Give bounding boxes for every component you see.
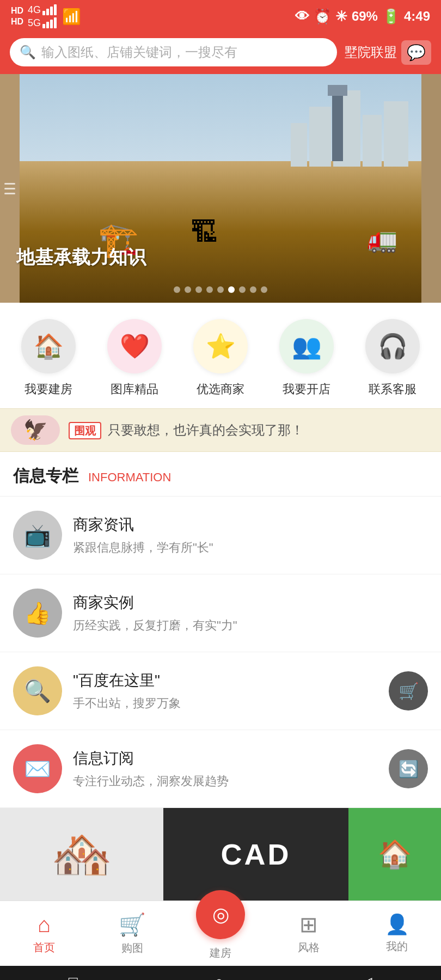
notice-text: 只要敢想，也许真的会实现了那！ <box>108 422 304 437</box>
banner-dots <box>174 286 267 293</box>
nav-build-center[interactable]: ◎ 建房 <box>182 906 259 960</box>
nav-label-build-house: 我要建房 <box>24 381 72 397</box>
dot-9[interactable] <box>261 286 267 293</box>
nav-item-build-house[interactable]: 🏠 我要建房 <box>13 319 84 397</box>
building-3d-icon: 🏘️ <box>51 826 112 883</box>
info-main-merchant-news: 商家资讯 <box>73 514 428 535</box>
nav-buy-drawings[interactable]: 🛒 购图 <box>94 912 170 955</box>
info-item-baidu[interactable]: 🔍 "百度在这里" 手不出站，搜罗万象 🛒 <box>0 652 441 730</box>
chat-icon-box: 💬 <box>401 40 431 65</box>
info-text-subscribe: 信息订阅 专注行业动态，洞察发展趋势 <box>73 748 378 789</box>
nav-icon-headset: 🎧 <box>365 319 420 373</box>
hd-label: HD <box>11 6 23 16</box>
dot-8[interactable] <box>250 286 256 293</box>
android-back-btn[interactable]: ◁ <box>360 973 372 981</box>
signal-bars-2 <box>42 17 57 28</box>
build-center-button[interactable]: ◎ <box>196 890 245 939</box>
signal-bars-1 <box>42 4 57 15</box>
status-left: HD HD 4G 5G <box>11 4 81 29</box>
info-main-merchant-case: 商家实例 <box>73 592 428 613</box>
info-icon-mail: ✉️ <box>13 744 62 793</box>
info-action-refresh[interactable]: 🔄 <box>389 749 428 788</box>
info-text-merchant-news: 商家资讯 紧跟信息脉搏，学有所"长" <box>73 514 428 556</box>
nav-icon-users: 👥 <box>279 319 334 373</box>
nav-icon-home: 🏠 <box>21 319 76 373</box>
nav-mine[interactable]: 👤 我的 <box>359 913 435 954</box>
banner-right-strip <box>421 74 441 303</box>
info-sub-baidu: 手不出站，搜罗万象 <box>73 695 378 712</box>
eye-icon: 👁 <box>295 8 309 25</box>
dot-2[interactable] <box>185 286 191 293</box>
community-label: 墅院联盟 <box>345 44 397 61</box>
section-title: 信息专栏 <box>13 465 78 487</box>
truck-icon: 🚛 <box>367 225 397 254</box>
section-subtitle: INFORMATION <box>88 470 171 485</box>
wifi-icon: 📶 <box>62 8 81 26</box>
nav-label-service: 联系客服 <box>369 381 416 397</box>
nav-label-gallery: 图库精品 <box>111 381 158 397</box>
dot-1[interactable] <box>174 286 180 293</box>
info-icon-search: 🔍 <box>13 666 62 715</box>
nav-build-label: 建房 <box>210 946 231 960</box>
promo-home-icon: 🏠 <box>378 838 412 870</box>
nav-style[interactable]: ⊞ 风格 <box>271 912 347 955</box>
notice-content: 围观 只要敢想，也许真的会实现了那！ <box>69 421 304 439</box>
info-section-header: 信息专栏 INFORMATION <box>0 452 441 497</box>
info-main-baidu: "百度在这里" <box>73 670 378 691</box>
promo-right-section[interactable]: 🏠 <box>348 808 441 901</box>
battery-label: 69% <box>352 9 378 24</box>
quick-nav: 🏠 我要建房 ❤️ 图库精品 ⭐ 优选商家 👥 我要开店 🎧 联系客服 <box>0 303 441 408</box>
nav-icon-heart: ❤️ <box>107 319 162 373</box>
promo-building-img: 🏘️ <box>0 808 163 901</box>
tower-top <box>328 85 347 96</box>
build-center-icon: ◎ <box>212 903 229 926</box>
battery-icon: 🔋 <box>382 8 400 25</box>
status-bar: HD HD 4G 5G <box>0 0 441 33</box>
nav-item-gallery[interactable]: ❤️ 图库精品 <box>99 319 170 397</box>
search-input-wrap[interactable]: 🔍 输入图纸、店铺关键词，一搜尽有 <box>10 38 337 66</box>
notice-bird-icon: 🦅 <box>11 415 60 445</box>
info-sub-merchant-news: 紧跟信息脉搏，学有所"长" <box>73 540 428 556</box>
android-circle-btn[interactable]: ○ <box>215 973 224 980</box>
nav-label-open-shop: 我要开店 <box>283 381 330 397</box>
community-button[interactable]: 墅院联盟 💬 <box>345 40 431 65</box>
android-square-btn[interactable]: □ <box>69 973 78 980</box>
dot-5[interactable] <box>217 286 224 293</box>
android-nav-bar: □ ○ ◁ <box>0 966 441 980</box>
info-item-subscribe[interactable]: ✉️ 信息订阅 专注行业动态，洞察发展趋势 🔄 <box>0 730 441 808</box>
bird-icon: 🦅 <box>23 419 48 442</box>
info-item-merchant-case[interactable]: 👍 商家实例 历经实践，反复打磨，有实"力" <box>0 574 441 652</box>
nav-item-service[interactable]: 🎧 联系客服 <box>357 319 428 397</box>
promo-cad-section[interactable]: CAD <box>163 808 348 901</box>
dot-6[interactable] <box>228 286 235 293</box>
info-text-baidu: "百度在这里" 手不出站，搜罗万象 <box>73 670 378 712</box>
crane-icon: 🏗 <box>191 217 218 248</box>
nav-home[interactable]: ⌂ 首页 <box>6 912 82 955</box>
nav-label-merchants: 优选商家 <box>197 381 244 397</box>
cad-label: CAD <box>221 837 291 871</box>
dot-7[interactable] <box>239 286 246 293</box>
dot-4[interactable] <box>206 286 213 293</box>
nav-item-merchants[interactable]: ⭐ 优选商家 <box>185 319 256 397</box>
nav-style-label: 风格 <box>298 940 320 955</box>
info-item-merchant-news[interactable]: 📺 商家资讯 紧跟信息脉搏，学有所"长" <box>0 497 441 574</box>
info-sub-merchant-case: 历经实践，反复打磨，有实"力" <box>73 617 428 634</box>
notice-tag: 围观 <box>69 422 101 439</box>
info-main-subscribe: 信息订阅 <box>73 748 378 769</box>
network-5g: 5G <box>28 17 41 29</box>
info-icon-thumbs: 👍 <box>13 589 62 638</box>
banner-ground <box>20 161 421 303</box>
notice-banner[interactable]: 🦅 围观 只要敢想，也许真的会实现了那！ <box>0 408 441 452</box>
chat-icon: 💬 <box>407 44 426 62</box>
info-list: 📺 商家资讯 紧跟信息脉搏，学有所"长" 👍 商家实例 历经实践，反复打磨，有实… <box>0 497 441 808</box>
nav-item-open-shop[interactable]: 👥 我要开店 <box>271 319 342 397</box>
nav-icon-star: ⭐ <box>193 319 248 373</box>
buildings-background <box>291 90 408 167</box>
bottom-promo-banner[interactable]: 🏘️ CAD 🏠 <box>0 808 441 901</box>
info-action-cart[interactable]: 🛒 <box>389 671 428 710</box>
dot-3[interactable] <box>195 286 202 293</box>
status-right: 👁 ⏰ ✳ 69% 🔋 4:49 <box>295 8 430 25</box>
banner-carousel[interactable]: 🏗️ 🏗 🚛 地基承载力知识 <box>0 74 441 303</box>
nav-style-icon: ⊞ <box>299 912 318 937</box>
nav-home-label: 首页 <box>33 940 55 955</box>
